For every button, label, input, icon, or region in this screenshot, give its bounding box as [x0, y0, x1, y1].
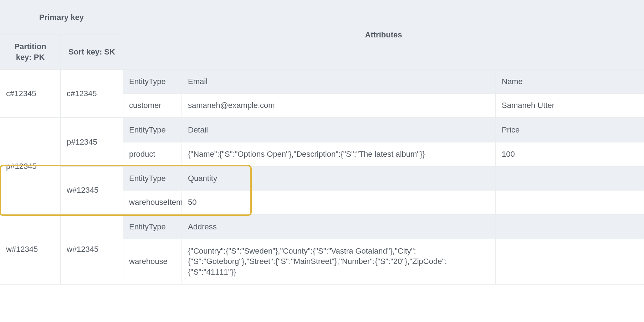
attribute-name: Detail — [182, 118, 496, 142]
attribute-value: warehouseItem — [123, 190, 182, 214]
attribute-value: product — [123, 142, 182, 166]
attribute-value: Samaneh Utter — [496, 93, 644, 118]
header-sort-key: Sort key: SK — [61, 35, 123, 69]
partition-key-value: c#12345 — [0, 69, 61, 118]
table-header: Primary key Partition key: PK Sort key: … — [0, 0, 644, 69]
sort-key-column: w#12345 — [61, 215, 123, 284]
attribute-value: samaneh@example.com — [182, 93, 496, 118]
attribute-header-row: EntityTypeQuantity — [123, 166, 644, 191]
attribute-value — [496, 239, 644, 284]
attribute-value: 100 — [496, 142, 644, 166]
sort-key-value: w#12345 — [61, 166, 123, 214]
attribute-value-row: warehouse{"Country":{"S":"Sweden"},"Coun… — [123, 239, 644, 284]
attribute-name: EntityType — [123, 215, 182, 239]
attribute-name: Price — [496, 118, 644, 142]
attribute-header-row: EntityTypeAddress — [123, 215, 644, 239]
table-row: c#12345c#12345EntityTypeEmailNamecustome… — [0, 69, 644, 118]
table-body: c#12345c#12345EntityTypeEmailNamecustome… — [0, 69, 644, 285]
attribute-name: EntityType — [123, 118, 182, 142]
attribute-header-row: EntityTypeEmailName — [123, 69, 644, 94]
attribute-name: Email — [182, 69, 496, 94]
sort-key-value: c#12345 — [61, 69, 123, 118]
attribute-name: EntityType — [123, 69, 182, 94]
attribute-header-row: EntityTypeDetailPrice — [123, 118, 644, 142]
attribute-value: {"Name":{"S":"Options Open"},"Descriptio… — [182, 142, 496, 166]
attributes-column: EntityTypeDetailPriceproduct{"Name":{"S"… — [123, 118, 644, 214]
header-partition-key: Partition key: PK — [0, 35, 61, 69]
partition-key-value: p#12345 — [0, 118, 61, 214]
attribute-value-row: customersamaneh@example.comSamaneh Utter — [123, 93, 644, 118]
table-row: w#12345w#12345EntityTypeAddresswarehouse… — [0, 215, 644, 285]
attributes-column: EntityTypeEmailNamecustomersamaneh@examp… — [123, 69, 644, 118]
sort-key-value: w#12345 — [61, 215, 123, 284]
header-primary-key: Primary key — [0, 0, 123, 35]
attribute-value: warehouse — [123, 239, 182, 284]
attributes-column: EntityTypeAddresswarehouse{"Country":{"S… — [123, 215, 644, 284]
attribute-name: EntityType — [123, 166, 182, 191]
attribute-name — [496, 166, 644, 191]
attribute-value: {"Country":{"S":"Sweden"},"County":{"S":… — [182, 239, 496, 284]
attribute-value: customer — [123, 93, 182, 118]
attribute-value: 50 — [182, 190, 496, 214]
attribute-name: Quantity — [182, 166, 496, 191]
table-row: p#12345p#12345w#12345EntityTypeDetailPri… — [0, 118, 644, 215]
sort-key-value: p#12345 — [61, 118, 123, 166]
attribute-name — [496, 215, 644, 239]
attribute-value-row: product{"Name":{"S":"Options Open"},"Des… — [123, 142, 644, 166]
attribute-name: Address — [182, 215, 496, 239]
attribute-name: Name — [496, 69, 644, 94]
header-attributes: Attributes — [123, 0, 644, 69]
sort-key-column: p#12345w#12345 — [61, 118, 123, 214]
attribute-value — [496, 190, 644, 214]
sort-key-column: c#12345 — [61, 69, 123, 118]
attribute-value-row: warehouseItem50 — [123, 190, 644, 214]
partition-key-value: w#12345 — [0, 215, 61, 284]
dynamodb-table-view: Primary key Partition key: PK Sort key: … — [0, 0, 644, 285]
